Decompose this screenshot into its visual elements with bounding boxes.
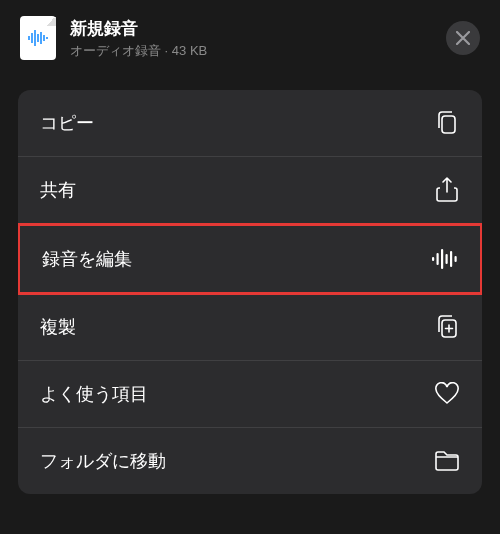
close-button[interactable]	[446, 21, 480, 55]
svg-rect-5	[43, 35, 45, 41]
menu-item-edit-recording[interactable]: 録音を編集	[18, 223, 482, 295]
svg-rect-10	[441, 249, 443, 269]
svg-rect-3	[37, 34, 39, 42]
menu-label: 複製	[40, 315, 76, 339]
file-info: 新規録音 オーディオ録音 · 43 KB	[70, 17, 432, 60]
file-title: 新規録音	[70, 17, 432, 40]
menu-label: コピー	[40, 111, 94, 135]
file-subtitle: オーディオ録音 · 43 KB	[70, 42, 432, 60]
svg-rect-2	[34, 30, 36, 46]
menu-item-favorites[interactable]: よく使う項目	[18, 361, 482, 428]
menu-label: よく使う項目	[40, 382, 148, 406]
svg-rect-4	[40, 32, 42, 44]
menu-item-share[interactable]: 共有	[18, 157, 482, 224]
menu-item-duplicate[interactable]: 複製	[18, 294, 482, 361]
waveform-icon	[432, 246, 458, 272]
menu-label: 録音を編集	[42, 247, 132, 271]
close-icon	[456, 31, 470, 45]
action-menu: コピー 共有 録音を編集	[18, 90, 482, 494]
menu-label: 共有	[40, 178, 76, 202]
header: 新規録音 オーディオ録音 · 43 KB	[0, 0, 500, 80]
svg-rect-13	[455, 256, 457, 262]
menu-item-copy[interactable]: コピー	[18, 90, 482, 157]
menu-label: フォルダに移動	[40, 449, 166, 473]
menu-item-move-folder[interactable]: フォルダに移動	[18, 428, 482, 494]
svg-rect-11	[446, 254, 448, 264]
svg-rect-0	[28, 36, 30, 40]
heart-icon	[434, 381, 460, 407]
folder-icon	[434, 448, 460, 474]
file-audio-icon	[20, 16, 56, 60]
svg-rect-12	[450, 251, 452, 267]
svg-rect-9	[437, 253, 439, 265]
svg-rect-1	[31, 33, 33, 43]
share-icon	[434, 177, 460, 203]
svg-rect-6	[46, 37, 48, 39]
duplicate-icon	[434, 314, 460, 340]
svg-rect-7	[442, 116, 455, 133]
svg-rect-8	[432, 257, 434, 261]
copy-icon	[434, 110, 460, 136]
